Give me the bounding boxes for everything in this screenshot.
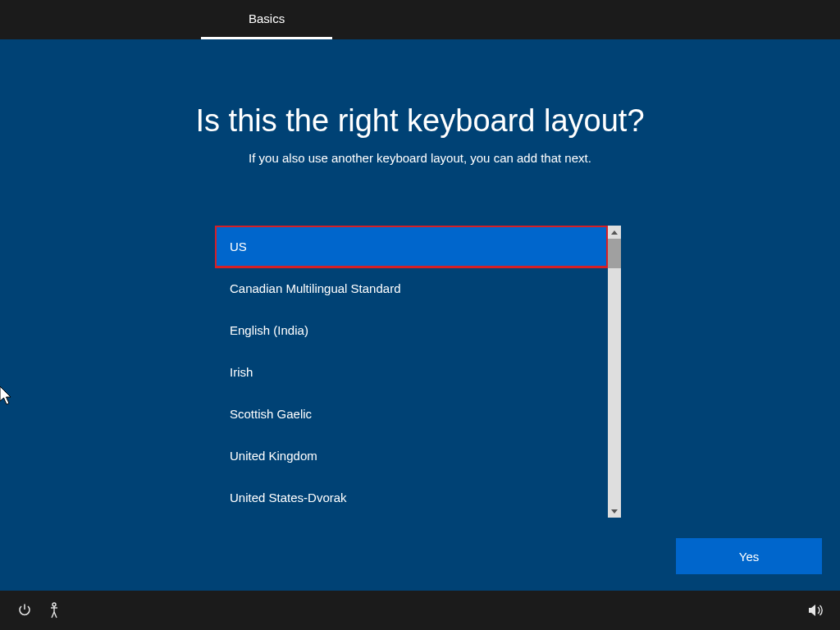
- accessibility-icon: [47, 602, 62, 619]
- tab-basics[interactable]: Basics: [201, 0, 332, 39]
- volume-icon: [807, 603, 824, 618]
- setup-stage: Is this the right keyboard layout? If yo…: [0, 39, 840, 591]
- layout-option-scottish-gaelic[interactable]: Scottish Gaelic: [215, 393, 608, 435]
- tab-label: Basics: [249, 11, 285, 25]
- power-button[interactable]: [10, 596, 39, 625]
- yes-button-label: Yes: [739, 550, 759, 564]
- svg-point-0: [52, 603, 56, 606]
- chevron-down-icon: [611, 509, 618, 514]
- keyboard-layout-list: US Canadian Multilingual Standard Englis…: [215, 226, 621, 518]
- layout-option-label: Irish: [230, 365, 253, 379]
- page-subtitle: If you also use another keyboard layout,…: [0, 151, 840, 165]
- power-icon: [17, 603, 32, 618]
- top-tab-bar: Basics: [0, 0, 840, 39]
- volume-button[interactable]: [801, 596, 830, 625]
- layout-option-label: Scottish Gaelic: [230, 407, 312, 421]
- layout-option-label: English (India): [230, 323, 308, 337]
- scroll-up-button[interactable]: [608, 226, 621, 239]
- page-title: Is this the right keyboard layout?: [0, 103, 840, 139]
- chevron-up-icon: [611, 231, 618, 235]
- yes-button[interactable]: Yes: [676, 538, 822, 574]
- scroll-thumb[interactable]: [608, 239, 621, 268]
- layout-option-irish[interactable]: Irish: [215, 351, 608, 393]
- layout-list-body: US Canadian Multilingual Standard Englis…: [215, 226, 608, 518]
- layout-option-us-dvorak[interactable]: United States-Dvorak: [215, 477, 608, 518]
- layout-option-label: United States-Dvorak: [230, 491, 347, 504]
- oobe-taskbar: [0, 591, 840, 630]
- scrollbar[interactable]: [608, 226, 621, 518]
- layout-option-us[interactable]: US: [215, 226, 608, 267]
- layout-option-label: Canadian Multilingual Standard: [230, 281, 400, 295]
- layout-option-label: United Kingdom: [230, 449, 317, 463]
- scroll-down-button[interactable]: [608, 504, 621, 518]
- ease-of-access-button[interactable]: [39, 596, 69, 625]
- layout-option-canadian-multilingual[interactable]: Canadian Multilingual Standard: [215, 267, 608, 309]
- layout-option-english-india[interactable]: English (India): [215, 309, 608, 351]
- layout-option-united-kingdom[interactable]: United Kingdom: [215, 435, 608, 477]
- layout-option-label: US: [230, 240, 247, 253]
